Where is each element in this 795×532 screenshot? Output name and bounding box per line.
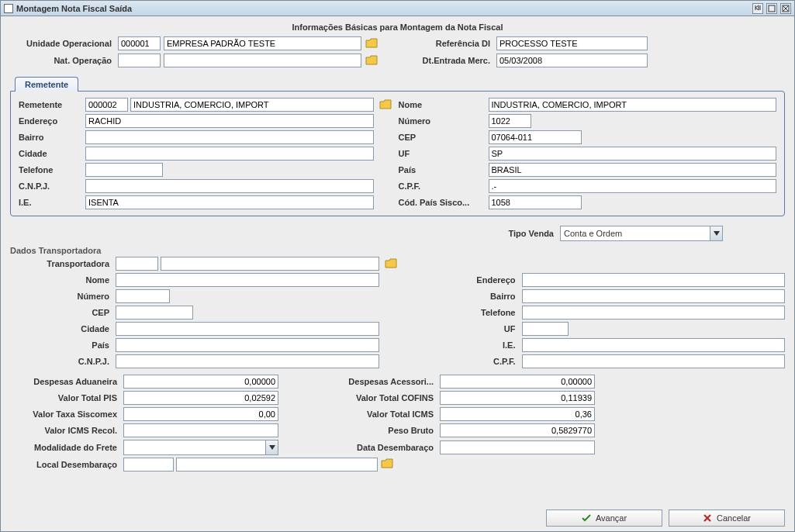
endereco-input[interactable] (85, 114, 374, 128)
ie-label: I.E. (19, 198, 81, 207)
trans-cnpj-label: C.N.P.J. (10, 357, 111, 366)
remetente-desc-input[interactable] (130, 98, 374, 112)
remetente-lookup-icon[interactable] (378, 98, 392, 111)
cep-input[interactable] (489, 130, 582, 144)
tab-remetente[interactable]: Remetente (15, 77, 78, 92)
unidade-desc-input[interactable] (164, 36, 361, 50)
endereco-label: Endereço (19, 116, 81, 126)
chevron-down-icon (265, 440, 278, 454)
trans-numero-label: Número (10, 292, 111, 301)
unidade-code-input[interactable] (118, 36, 161, 50)
valor-cofins-input[interactable] (440, 391, 595, 405)
trans-cidade-label: Cidade (10, 324, 111, 333)
trans-ie-input[interactable] (522, 338, 786, 352)
cancelar-button[interactable]: Cancelar (669, 510, 785, 527)
trans-cpf-input[interactable] (522, 354, 786, 368)
svg-rect-0 (769, 5, 775, 12)
transportadora-desc-input[interactable] (161, 257, 379, 271)
numero-label: Número (399, 116, 484, 126)
close-button[interactable] (780, 3, 791, 14)
section-title: Informações Básicas para Montagem da Not… (10, 22, 785, 32)
avancar-button[interactable]: Avançar (546, 510, 662, 527)
local-desemb-label: Local Desembaraço (10, 460, 119, 469)
nat-op-code-input[interactable] (118, 54, 161, 67)
nat-op-lookup-icon[interactable] (365, 54, 378, 67)
ie-input[interactable] (85, 195, 374, 209)
cnpj-input[interactable] (85, 179, 374, 193)
remetente-panel: Remetente Nome Endereço Número (10, 91, 785, 216)
peso-bruto-input[interactable] (440, 423, 595, 437)
trans-nome-input[interactable] (116, 273, 379, 287)
nome-input[interactable] (489, 98, 777, 112)
remetente-code-input[interactable] (85, 98, 128, 112)
pais-input[interactable] (489, 163, 777, 177)
cod-pais-input[interactable] (489, 195, 582, 209)
transportadora-code-input[interactable] (116, 257, 158, 271)
window-icon (4, 4, 13, 13)
valor-icms-label: Valor Total ICMS (319, 409, 435, 419)
local-desemb-desc-input[interactable] (176, 458, 378, 472)
trans-pais-input[interactable] (116, 338, 379, 352)
desp-aduaneira-label: Despesas Aduaneira (10, 377, 119, 386)
trans-uf-input[interactable] (522, 322, 569, 336)
dt-entrada-input[interactable] (496, 54, 648, 67)
maximize-button[interactable] (766, 3, 777, 14)
pais-label: País (399, 165, 484, 174)
cpf-input[interactable] (489, 179, 777, 193)
trans-pais-label: País (10, 340, 111, 350)
valor-pis-label: Valor Total PIS (10, 393, 119, 402)
transportadora-section: Dados Transportadora (10, 246, 785, 255)
close-icon (703, 513, 712, 523)
icms-recol-input[interactable] (123, 423, 278, 437)
trans-telefone-label: Telefone (432, 308, 517, 317)
modalidade-label: Modalidade do Frete (10, 443, 119, 452)
ref-di-input[interactable] (496, 36, 648, 50)
trans-cep-input[interactable] (116, 306, 193, 320)
desp-acessoria-input[interactable] (440, 375, 595, 389)
bairro-input[interactable] (85, 130, 374, 144)
trans-endereco-input[interactable] (522, 273, 786, 287)
trans-bairro-input[interactable] (522, 289, 786, 303)
nome-label: Nome (399, 100, 484, 109)
unidade-lookup-icon[interactable] (365, 37, 378, 50)
trans-cnpj-input[interactable] (116, 354, 379, 368)
avancar-label: Avançar (596, 513, 627, 523)
minimize-button[interactable] (752, 3, 763, 14)
uf-input[interactable] (489, 147, 777, 161)
ref-di-label: Referência DI (416, 39, 493, 48)
data-desemb-input[interactable] (440, 440, 595, 454)
trans-numero-input[interactable] (116, 289, 170, 303)
cod-pais-label: Cód. País Sisco... (399, 198, 484, 207)
nat-op-desc-input[interactable] (164, 54, 361, 67)
trans-telefone-input[interactable] (522, 306, 786, 320)
chevron-down-icon (710, 226, 722, 240)
numero-input[interactable] (489, 114, 531, 128)
check-icon (582, 513, 591, 523)
desp-acessoria-label: Despesas Acessori... (319, 377, 435, 386)
transportadora-label: Transportadora (10, 259, 111, 268)
footer: Avançar Cancelar (1, 505, 794, 531)
trans-nome-label: Nome (10, 275, 111, 285)
window: Montagem Nota Fiscal Saída Informações B… (0, 0, 795, 532)
transportadora-lookup-icon[interactable] (384, 257, 398, 270)
modalidade-select[interactable] (123, 440, 278, 455)
valor-pis-input[interactable] (123, 391, 278, 405)
desp-aduaneira-input[interactable] (123, 375, 278, 389)
window-title: Montagem Nota Fiscal Saída (16, 4, 132, 13)
taxa-siscomex-label: Valor Taxa Siscomex (10, 409, 119, 419)
valor-icms-input[interactable] (440, 407, 595, 421)
local-desemb-code-input[interactable] (123, 458, 174, 472)
trans-cidade-input[interactable] (116, 322, 379, 336)
local-desemb-lookup-icon[interactable] (380, 458, 394, 470)
telefone-label: Telefone (19, 165, 81, 174)
taxa-siscomex-input[interactable] (123, 407, 278, 421)
valor-cofins-label: Valor Total COFINS (319, 393, 435, 402)
icms-recol-label: Valor ICMS Recol. (10, 426, 119, 435)
uf-label: UF (399, 149, 484, 158)
nat-op-label: Nat. Operação (10, 56, 115, 65)
cidade-input[interactable] (85, 147, 374, 161)
telefone-input[interactable] (85, 163, 163, 177)
trans-ie-label: I.E. (432, 340, 517, 350)
data-desemb-label: Data Desembaraço (319, 443, 435, 452)
tipo-venda-select[interactable]: Conta e Ordem (560, 226, 723, 241)
